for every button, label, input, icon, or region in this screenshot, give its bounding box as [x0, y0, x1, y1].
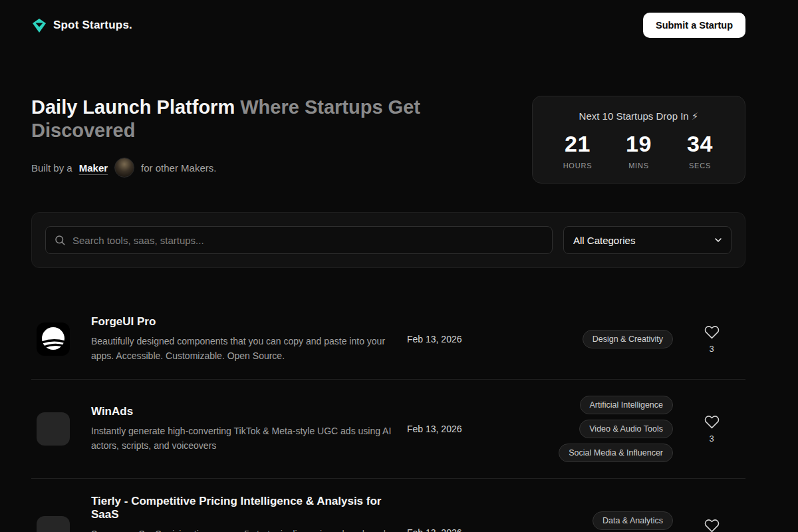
countdown-hours-label: HOURS: [556, 162, 600, 170]
maker-avatar: [114, 158, 134, 178]
countdown-title: Next 10 Startups Drop In ⚡: [533, 110, 745, 122]
startup-date: Feb 13, 2026: [407, 334, 507, 344]
like-button[interactable]: 3: [692, 325, 732, 354]
startup-description: Beautifully designed components that you…: [91, 334, 394, 363]
startup-tags: Data & Analytics Business & Productivity: [507, 511, 692, 532]
like-button[interactable]: 2: [692, 518, 732, 532]
heart-icon: [704, 325, 720, 342]
tag-data-analytics[interactable]: Data & Analytics: [593, 511, 673, 530]
search-icon: [54, 234, 66, 249]
startup-tags: Design & Creativity: [507, 330, 692, 348]
tag-artificial-intelligence[interactable]: Artificial Intelligence: [580, 396, 673, 414]
maker-link[interactable]: Maker: [79, 162, 108, 174]
startup-row-winads[interactable]: WinAds Instantly generate high-convertin…: [31, 380, 745, 479]
like-count: 3: [709, 434, 714, 444]
countdown-mins: 19 MINS: [617, 131, 661, 170]
heart-icon: [704, 518, 720, 532]
heart-icon: [704, 414, 720, 432]
tag-video-audio-tools[interactable]: Video & Audio Tools: [579, 420, 673, 438]
page-title: Daily Launch Platform Where Startups Get…: [31, 96, 444, 142]
built-by-suffix: for other Makers.: [141, 162, 216, 174]
startup-row-forgeui-pro[interactable]: ForgeUI Pro Beautifully designed compone…: [31, 299, 745, 380]
startup-date: Feb 13, 2026: [407, 527, 507, 532]
search-input[interactable]: [45, 226, 553, 254]
like-button[interactable]: 3: [692, 414, 732, 444]
countdown-units: 21 HOURS 19 MINS 34 SECS: [533, 131, 745, 170]
forgeui-pro-logo: [37, 323, 70, 356]
header: Spot Startups. Submit a Startup: [31, 0, 745, 38]
countdown-secs: 34 SECS: [678, 131, 722, 170]
tierly-logo: [37, 516, 70, 532]
startup-description: Instantly generate high-converting TikTo…: [91, 424, 394, 453]
countdown-hours-value: 21: [556, 131, 600, 157]
gem-logo-icon: [31, 17, 47, 33]
countdown-mins-value: 19: [617, 131, 661, 157]
search-bar-card: All Categories: [31, 212, 745, 268]
startup-name: ForgeUI Pro: [91, 315, 394, 329]
brand-link[interactable]: Spot Startups.: [31, 17, 132, 33]
built-by-prefix: Built by a: [31, 162, 72, 174]
startup-tags: Artificial Intelligence Video & Audio To…: [507, 396, 692, 462]
countdown-secs-value: 34: [678, 131, 722, 157]
like-count: 3: [709, 344, 714, 354]
tag-social-media-influencer[interactable]: Social Media & Influencer: [559, 444, 673, 462]
startup-text: Tierly - Competitive Pricing Intelligenc…: [91, 495, 394, 532]
countdown-mins-label: MINS: [617, 162, 661, 170]
page-title-primary: Daily Launch Platform: [31, 96, 235, 118]
category-select-wrapper: All Categories: [563, 226, 732, 254]
brand-name: Spot Startups.: [53, 19, 132, 32]
startup-row-tierly[interactable]: Tierly - Competitive Pricing Intelligenc…: [31, 479, 745, 532]
countdown-hours: 21 HOURS: [556, 131, 600, 170]
startup-text: WinAds Instantly generate high-convertin…: [91, 405, 394, 453]
startup-name: Tierly - Competitive Pricing Intelligenc…: [91, 495, 394, 521]
countdown-secs-label: SECS: [678, 162, 722, 170]
hero-section: Daily Launch Platform Where Startups Get…: [31, 96, 745, 184]
hero-text: Daily Launch Platform Where Startups Get…: [31, 96, 444, 178]
built-by-line: Built by a Maker for other Makers.: [31, 158, 444, 178]
startup-date: Feb 13, 2026: [407, 424, 507, 434]
submit-startup-button[interactable]: Submit a Startup: [643, 13, 745, 38]
startup-description: Score your SaaS pricing tiers across 5 s…: [91, 527, 394, 532]
startup-text: ForgeUI Pro Beautifully designed compone…: [91, 315, 394, 363]
startup-name: WinAds: [91, 405, 394, 418]
tag-design-creativity[interactable]: Design & Creativity: [583, 330, 673, 348]
category-select[interactable]: All Categories: [563, 226, 732, 254]
winads-logo: [37, 412, 70, 446]
search-field-wrapper: [45, 226, 553, 254]
startup-list: ForgeUI Pro Beautifully designed compone…: [31, 299, 745, 532]
countdown-card: Next 10 Startups Drop In ⚡ 21 HOURS 19 M…: [532, 96, 745, 184]
